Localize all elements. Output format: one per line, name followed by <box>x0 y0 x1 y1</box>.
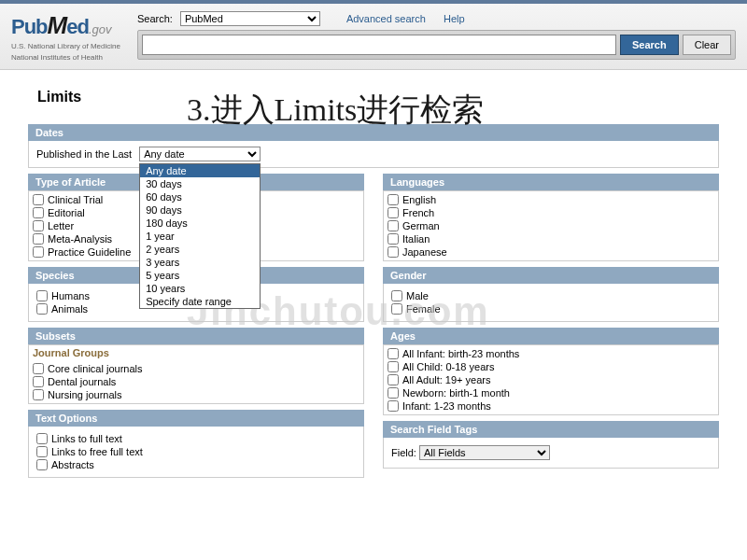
checkbox[interactable] <box>33 376 44 387</box>
dropdown-option[interactable]: 5 years <box>140 269 260 282</box>
list-item[interactable]: Female <box>391 302 711 315</box>
dropdown-option[interactable]: 60 days <box>140 190 260 203</box>
list-item[interactable]: Italian <box>388 232 714 245</box>
checkbox[interactable] <box>388 400 399 412</box>
checkbox[interactable] <box>36 433 48 444</box>
checkbox[interactable] <box>388 348 399 359</box>
subsets-list[interactable]: Journal Groups Core clinical journalsDen… <box>28 344 364 404</box>
checkbox[interactable] <box>33 233 44 245</box>
checkbox[interactable] <box>33 389 44 400</box>
checkbox[interactable] <box>388 387 399 399</box>
field-select[interactable]: All Fields <box>419 445 550 460</box>
list-item[interactable]: Links to full text <box>36 432 356 445</box>
checkbox[interactable] <box>36 446 48 457</box>
search-button[interactable]: Search <box>620 35 679 55</box>
item-label: All Adult: 19+ years <box>402 374 490 385</box>
checkbox[interactable] <box>388 194 399 205</box>
item-label: Female <box>406 303 441 315</box>
item-label: Letter <box>48 220 74 231</box>
logo-gov: .gov <box>89 22 112 36</box>
list-item[interactable]: Abstracts <box>36 458 356 471</box>
languages-panel: Languages EnglishFrenchGermanItalianJapa… <box>383 174 719 261</box>
text-options-list: Links to full textLinks to free full tex… <box>28 427 364 478</box>
header: PubMed.gov U.S. National Library of Medi… <box>0 4 747 70</box>
list-item[interactable]: Nursing journals <box>33 388 359 401</box>
checkbox[interactable] <box>33 363 44 374</box>
checkbox[interactable] <box>391 290 402 301</box>
gender-panel: Gender MaleFemale <box>383 267 719 322</box>
ages-header: Ages <box>383 328 719 344</box>
list-item[interactable]: Core clinical journals <box>33 362 359 375</box>
checkbox[interactable] <box>388 361 399 372</box>
item-label: Animals <box>51 303 88 315</box>
search-field-tags-header: Search Field Tags <box>383 421 719 438</box>
dropdown-option[interactable]: 180 days <box>140 217 260 230</box>
item-label: Humans <box>51 290 90 301</box>
dropdown-option[interactable]: 90 days <box>140 203 260 217</box>
item-label: Meta-Analysis <box>48 233 112 245</box>
list-item[interactable]: All Infant: birth-23 months <box>388 347 714 360</box>
dropdown-option[interactable]: 1 year <box>140 230 260 243</box>
checkbox[interactable] <box>33 207 44 218</box>
dropdown-option[interactable]: 2 years <box>140 243 260 256</box>
help-link[interactable]: Help <box>444 13 465 24</box>
list-item[interactable]: All Child: 0-18 years <box>388 360 714 373</box>
list-item[interactable]: Newborn: birth-1 month <box>388 386 714 399</box>
item-label: Core clinical journals <box>48 363 143 374</box>
logo[interactable]: PubMed.gov U.S. National Library of Medi… <box>11 11 120 62</box>
advanced-search-link[interactable]: Advanced search <box>346 13 426 24</box>
list-item[interactable]: French <box>388 206 714 219</box>
item-label: Editorial <box>48 207 85 218</box>
list-item[interactable]: All Adult: 19+ years <box>388 373 714 386</box>
item-label: Infant: 1-23 months <box>402 400 491 412</box>
text-options-header: Text Options <box>28 410 364 427</box>
dropdown-option[interactable]: 30 days <box>140 177 260 190</box>
logo-pub: Pub <box>11 15 48 38</box>
checkbox[interactable] <box>33 246 44 258</box>
checkbox[interactable] <box>33 194 44 205</box>
page-title: Limits <box>37 89 719 105</box>
item-label: Male <box>406 290 429 301</box>
search-area: Search: PubMed Advanced search Help Sear… <box>137 11 736 60</box>
checkbox[interactable] <box>388 220 399 231</box>
item-label: Dental journals <box>48 376 116 387</box>
dropdown-option[interactable]: 10 years <box>140 282 260 295</box>
checkbox[interactable] <box>388 233 399 245</box>
item-label: English <box>402 194 436 205</box>
gender-list: MaleFemale <box>383 284 719 322</box>
checkbox[interactable] <box>36 290 48 301</box>
field-label: Field: <box>391 447 416 458</box>
ages-list[interactable]: All Infant: birth-23 monthsAll Child: 0-… <box>383 344 719 415</box>
languages-list[interactable]: EnglishFrenchGermanItalianJapanese <box>383 190 719 261</box>
list-item[interactable]: Dental journals <box>33 375 359 388</box>
dropdown-option[interactable]: Specify date range <box>140 295 260 308</box>
checkbox[interactable] <box>388 246 399 258</box>
checkbox[interactable] <box>391 303 402 315</box>
item-label: Newborn: birth-1 month <box>402 387 510 399</box>
list-item[interactable]: Infant: 1-23 months <box>388 399 714 413</box>
published-last-dropdown[interactable]: Any date30 days60 days90 days180 days1 y… <box>139 163 261 309</box>
list-item[interactable]: English <box>388 193 714 206</box>
list-item[interactable]: Links to free full text <box>36 445 356 458</box>
checkbox[interactable] <box>388 207 399 218</box>
item-label: Links to free full text <box>51 446 143 457</box>
checkbox[interactable] <box>33 220 44 231</box>
item-label: All Child: 0-18 years <box>402 361 494 372</box>
list-item[interactable]: German <box>388 219 714 232</box>
dropdown-option[interactable]: Any date <box>140 164 260 177</box>
list-item[interactable]: Male <box>391 289 711 302</box>
checkbox[interactable] <box>388 374 399 385</box>
dropdown-option[interactable]: 3 years <box>140 256 260 269</box>
list-item[interactable]: Japanese <box>388 245 714 259</box>
search-input[interactable] <box>142 35 616 55</box>
clear-button[interactable]: Clear <box>683 35 731 55</box>
published-last-select[interactable]: Any date <box>139 147 261 161</box>
ages-panel: Ages All Infant: birth-23 monthsAll Chil… <box>383 328 719 415</box>
checkbox[interactable] <box>36 459 48 470</box>
published-last-label: Published in the Last <box>36 148 132 160</box>
logo-m: M <box>48 11 67 39</box>
checkbox[interactable] <box>36 303 48 315</box>
logo-subtitle-1: U.S. National Library of Medicine <box>11 42 120 51</box>
search-database-select[interactable]: PubMed <box>180 11 320 26</box>
subsets-panel: Subsets Journal Groups Core clinical jou… <box>28 328 364 404</box>
